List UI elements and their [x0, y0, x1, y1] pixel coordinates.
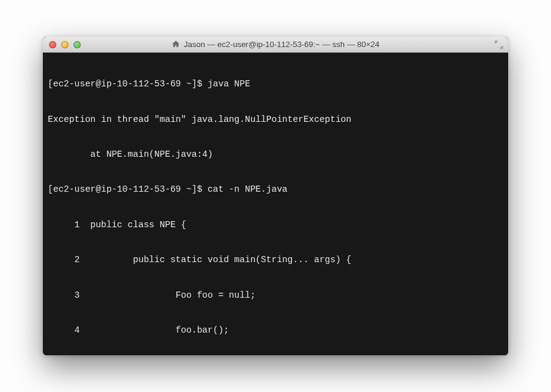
terminal-line: 2 public static void main(String... args… — [48, 254, 503, 266]
terminal-line: 4 foo.bar(); — [48, 325, 503, 336]
zoom-button[interactable] — [73, 41, 81, 48]
terminal-line: at NPE.main(NPE.java:4) — [48, 149, 503, 160]
window-title: Jason — ec2-user@ip-10-112-53-69:~ — ssh… — [171, 40, 380, 49]
traffic-lights — [49, 41, 81, 48]
terminal-content[interactable]: [ec2-user@ip-10-112-53-69 ~]$ java NPE E… — [43, 53, 508, 355]
terminal-line: 1 public class NPE { — [48, 219, 503, 231]
terminal-window: Jason — ec2-user@ip-10-112-53-69:~ — ssh… — [43, 37, 508, 355]
titlebar: Jason — ec2-user@ip-10-112-53-69:~ — ssh… — [43, 37, 508, 53]
window-title-text: Jason — ec2-user@ip-10-112-53-69:~ — ssh… — [184, 40, 380, 49]
home-icon — [171, 40, 180, 48]
terminal-line: 3 Foo foo = null; — [48, 290, 503, 301]
terminal-line: [ec2-user@ip-10-112-53-69 ~]$ java NPE — [48, 78, 503, 90]
terminal-line: Exception in thread "main" java.lang.Nul… — [48, 114, 503, 126]
fullscreen-icon[interactable] — [495, 40, 503, 49]
minimize-button[interactable] — [61, 41, 69, 48]
close-button[interactable] — [49, 41, 56, 48]
terminal-line: [ec2-user@ip-10-112-53-69 ~]$ cat -n NPE… — [48, 184, 503, 195]
